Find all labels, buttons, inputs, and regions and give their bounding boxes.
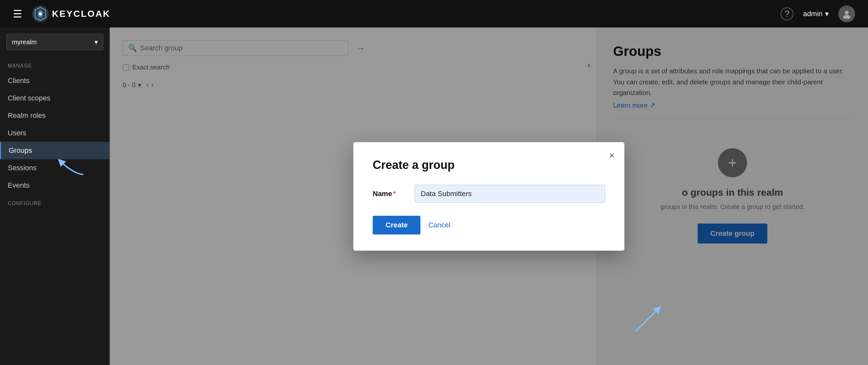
svg-point-3 (39, 12, 42, 16)
sidebar-item-sessions[interactable]: Sessions (0, 159, 110, 177)
client-scopes-label: Client scopes (8, 94, 50, 103)
manage-section-label: Manage (0, 60, 110, 72)
help-icon[interactable]: ? (780, 7, 794, 20)
main-content: 🔍 → Exact search 0 - 0 ▾ ‹ › (110, 27, 868, 365)
sidebar-item-clients[interactable]: Clients (0, 72, 110, 89)
sidebar-item-client-scopes[interactable]: Client scopes (0, 89, 110, 107)
realm-selector[interactable]: myrealm ▾ (6, 34, 103, 50)
name-label-text: Name (373, 190, 392, 198)
navbar-right: ? admin ▾ (780, 5, 855, 22)
modal-actions: Create Cancel (373, 216, 605, 234)
modal-backdrop: Create a group × Name * Create Cancel (110, 27, 868, 365)
dropdown-arrow: ▾ (825, 10, 829, 18)
navbar: ☰ Keycloak ? admin ▾ (0, 0, 868, 27)
admin-label: admin (803, 10, 823, 18)
layout: myrealm ▾ Manage Clients Client scopes R… (0, 27, 868, 365)
name-label: Name * (373, 190, 405, 198)
sidebar-item-groups[interactable]: Groups (0, 142, 110, 159)
sidebar-item-realm-roles[interactable]: Realm roles (0, 107, 110, 124)
name-form-row: Name * (373, 185, 605, 203)
modal-title: Create a group (373, 158, 605, 172)
keycloak-logo-icon (32, 5, 49, 22)
clients-label: Clients (8, 77, 29, 85)
realm-dropdown-icon: ▾ (95, 38, 98, 46)
logo-area: Keycloak (32, 5, 111, 22)
realm-roles-label: Realm roles (8, 111, 45, 120)
app-title: Keycloak (52, 9, 111, 19)
svg-point-5 (843, 15, 850, 19)
hamburger-menu[interactable]: ☰ (13, 8, 22, 20)
modal-cancel-button[interactable]: Cancel (428, 221, 450, 229)
modal-create-button[interactable]: Create (373, 216, 421, 234)
sidebar: myrealm ▾ Manage Clients Client scopes R… (0, 27, 110, 365)
users-label: Users (8, 129, 26, 137)
realm-name: myrealm (12, 38, 37, 46)
required-indicator: * (393, 190, 396, 197)
sidebar-item-users[interactable]: Users (0, 124, 110, 142)
groups-label: Groups (9, 146, 32, 155)
sessions-label: Sessions (8, 164, 36, 172)
create-group-modal: Create a group × Name * Create Cancel (353, 142, 624, 251)
configure-section-label: Configure (0, 197, 110, 209)
avatar[interactable] (838, 5, 855, 22)
group-name-input[interactable] (415, 185, 605, 203)
sidebar-item-events[interactable]: Events (0, 177, 110, 194)
events-label: Events (8, 181, 29, 190)
admin-user-menu[interactable]: admin ▾ (803, 10, 829, 18)
modal-close-button[interactable]: × (609, 150, 615, 161)
svg-point-4 (845, 11, 849, 15)
